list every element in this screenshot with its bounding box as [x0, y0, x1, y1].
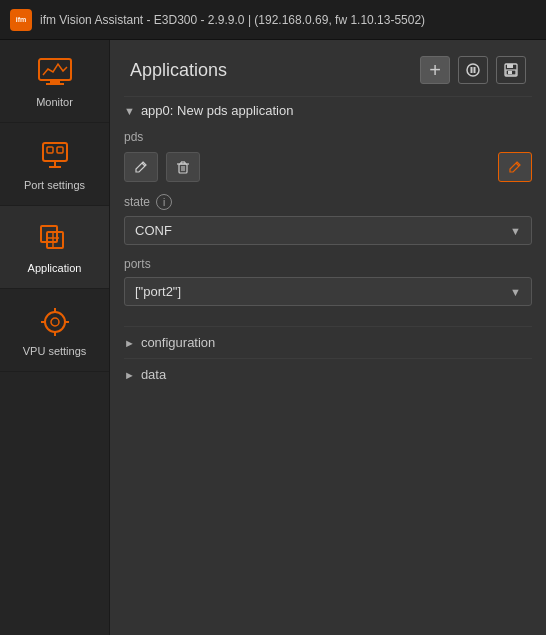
ports-label-row: ports: [124, 257, 532, 271]
port-settings-icon: [35, 137, 75, 173]
ports-label: ports: [124, 257, 151, 271]
delete-button[interactable]: [166, 152, 200, 182]
title-bar: ifm ifm Vision Assistant - E3D300 - 2.9.…: [0, 0, 546, 40]
state-label-row: state i: [124, 194, 532, 210]
state-label: state: [124, 195, 150, 209]
sidebar-item-vpu-settings-label: VPU settings: [23, 345, 87, 357]
pencil-orange-icon: [508, 160, 522, 174]
svg-rect-2: [46, 83, 64, 85]
sidebar-item-monitor-label: Monitor: [36, 96, 73, 108]
state-select[interactable]: CONF ▼: [124, 216, 532, 245]
state-field-section: state i CONF ▼: [124, 194, 532, 245]
sidebar-item-monitor[interactable]: Monitor: [0, 40, 109, 123]
data-label: data: [141, 367, 166, 382]
edit-icon: [134, 160, 148, 174]
save-button[interactable]: [496, 56, 526, 84]
app-button-row: [124, 152, 532, 182]
applications-header: Applications +: [110, 40, 546, 96]
svg-rect-8: [41, 226, 57, 242]
svg-point-18: [467, 64, 479, 76]
svg-rect-22: [507, 64, 513, 68]
state-chevron-down-icon: ▼: [510, 225, 521, 237]
svg-rect-20: [474, 67, 476, 73]
ports-select[interactable]: ["port2"] ▼: [124, 277, 532, 306]
application-icon: [35, 220, 75, 256]
sidebar-item-application[interactable]: Application: [0, 206, 109, 289]
svg-rect-19: [471, 67, 473, 73]
svg-rect-4: [47, 147, 53, 153]
svg-rect-26: [179, 164, 187, 173]
app-section: ▼ app0: New pds application pds: [110, 97, 546, 390]
applications-title: Applications: [130, 60, 227, 81]
data-chevron-icon: ►: [124, 369, 135, 381]
delete-icon: [176, 160, 190, 174]
save-icon: [504, 63, 518, 77]
svg-rect-5: [57, 147, 63, 153]
app-collapse-chevron: ▼: [124, 105, 135, 117]
edit-button[interactable]: [124, 152, 158, 182]
ports-value: ["port2"]: [135, 284, 181, 299]
pause-icon: [466, 63, 480, 77]
app-name: app0: New pds application: [141, 103, 294, 118]
app-section-header[interactable]: ▼ app0: New pds application: [124, 97, 532, 126]
sidebar-item-port-settings[interactable]: Port settings: [0, 123, 109, 206]
app-type-label: pds: [124, 126, 532, 152]
sidebar-item-application-label: Application: [28, 262, 82, 274]
vpu-settings-icon: [35, 303, 75, 339]
svg-rect-24: [508, 71, 512, 74]
sidebar-item-port-settings-label: Port settings: [24, 179, 85, 191]
title-bar-text: ifm Vision Assistant - E3D300 - 2.9.9.0 …: [40, 13, 425, 27]
toolbar: +: [420, 56, 526, 84]
monitor-icon: [35, 54, 75, 90]
add-application-button[interactable]: +: [420, 56, 450, 84]
svg-rect-1: [50, 80, 60, 83]
app-logo: ifm: [10, 9, 32, 31]
configuration-chevron-icon: ►: [124, 337, 135, 349]
svg-point-13: [51, 318, 59, 326]
content-panel: Applications +: [110, 40, 546, 635]
configuration-collapsible[interactable]: ► configuration: [124, 326, 532, 358]
state-info-icon[interactable]: i: [156, 194, 172, 210]
main-layout: Monitor Port settings: [0, 40, 546, 635]
svg-rect-9: [47, 232, 63, 248]
pause-button[interactable]: [458, 56, 488, 84]
data-collapsible[interactable]: ► data: [124, 358, 532, 390]
svg-point-12: [45, 312, 65, 332]
pencil-orange-button[interactable]: [498, 152, 532, 182]
configuration-label: configuration: [141, 335, 215, 350]
ports-field-section: ports ["port2"] ▼: [124, 257, 532, 306]
sidebar-item-vpu-settings[interactable]: VPU settings: [0, 289, 109, 372]
sidebar: Monitor Port settings: [0, 40, 110, 635]
state-value: CONF: [135, 223, 172, 238]
ports-chevron-down-icon: ▼: [510, 286, 521, 298]
